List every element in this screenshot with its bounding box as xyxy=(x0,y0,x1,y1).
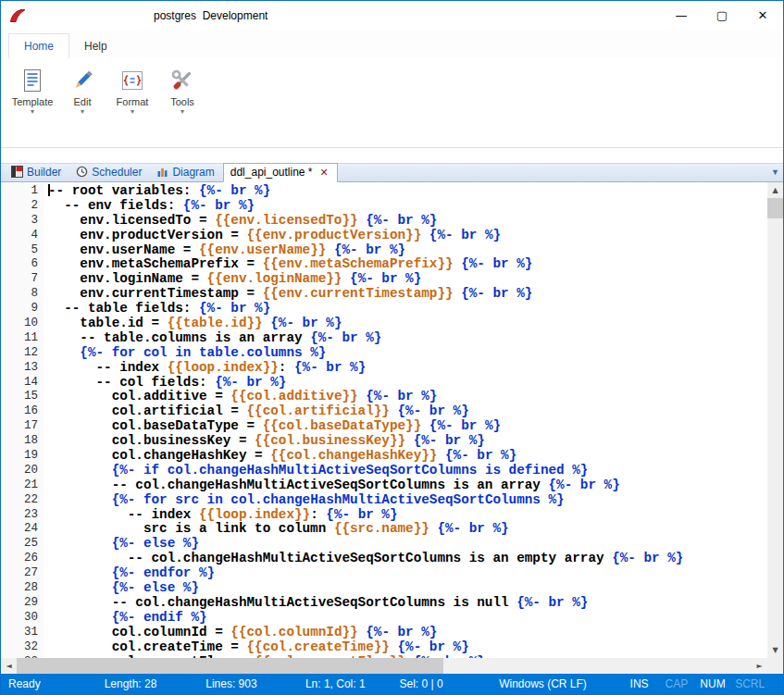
scroll-left-arrow-icon[interactable]: ◄ xyxy=(1,658,17,674)
status-lines: Lines: 903 xyxy=(198,677,298,690)
tab-list-dropdown-icon[interactable]: ▼ xyxy=(771,168,779,177)
status-num-lock: NUM xyxy=(700,677,735,690)
format-dropdown-icon[interactable]: ▾ xyxy=(131,109,134,115)
line-number: 18 xyxy=(1,434,44,449)
line-number: 13 xyxy=(1,361,44,376)
tab-diagram-label: Diagram xyxy=(172,166,214,179)
tab-ddl-api-outline-label: ddl_api_outline * xyxy=(230,166,313,179)
line-number: 25 xyxy=(1,537,44,552)
code-line: 16 col.artificial = {{col.artificial}} {… xyxy=(1,404,767,419)
code-lines[interactable]: 1-- root variables: {%- br %}2 -- env fi… xyxy=(1,182,767,658)
app-window: postgres Development — ▢ ✕ Home Help Tem… xyxy=(0,0,784,695)
template-button[interactable]: Template ▾ xyxy=(10,64,55,118)
status-bar: Ready Length: 28 Lines: 903 Ln: 1, Col: … xyxy=(1,674,783,694)
tools-icon xyxy=(168,67,196,94)
scroll-down-arrow-icon[interactable]: ▼ xyxy=(767,642,783,658)
status-selection: Sel: 0 | 0 xyxy=(392,677,492,690)
line-number: 15 xyxy=(1,390,44,404)
line-number: 24 xyxy=(1,522,44,537)
code-line: 4 env.productVersion = {{env.productVers… xyxy=(1,229,767,243)
vertical-scroll-track[interactable] xyxy=(767,198,783,642)
code-line: 5 env.userName = {{env.userName}} {%- br… xyxy=(1,243,767,258)
ribbon-tab-bar: Home Help xyxy=(1,31,783,58)
edit-dropdown-icon[interactable]: ▾ xyxy=(81,109,84,115)
line-number: 21 xyxy=(1,478,44,493)
vertical-scrollbar[interactable]: ▲ ▼ xyxy=(767,182,783,658)
maximize-button[interactable]: ▢ xyxy=(702,1,742,30)
format-button[interactable]: Format ▾ xyxy=(110,64,155,118)
horizontal-scroll-track[interactable] xyxy=(17,658,752,674)
window-title: postgres Development xyxy=(154,1,268,31)
line-number: 28 xyxy=(1,581,44,596)
line-number: 30 xyxy=(1,611,44,626)
code-line: 21 -- col.changeHashMultiActiveSeqSortCo… xyxy=(1,478,767,493)
vertical-scroll-thumb[interactable] xyxy=(767,198,783,218)
line-number: 8 xyxy=(1,287,44,302)
code-line: 20 {%- if col.changeHashMultiActiveSeqSo… xyxy=(1,464,767,478)
tab-diagram[interactable]: Diagram xyxy=(150,163,222,181)
minimize-button[interactable]: — xyxy=(661,1,702,30)
code-line: 29 -- col.changeHashMultiActiveSeqSortCo… xyxy=(1,596,767,611)
line-number: 22 xyxy=(1,493,44,508)
line-number: 10 xyxy=(1,316,44,331)
status-scroll-lock: SCRL xyxy=(735,677,776,690)
close-button[interactable]: ✕ xyxy=(742,1,783,30)
scroll-up-arrow-icon[interactable]: ▲ xyxy=(767,182,783,198)
format-icon xyxy=(118,67,146,94)
tab-ddl-api-outline[interactable]: ddl_api_outline * ✕ xyxy=(223,163,338,182)
code-line: 9 -- table fields: {%- br %} xyxy=(1,302,767,316)
scrollbar-corner xyxy=(767,658,783,674)
status-eol-format: Windows (CR LF) xyxy=(492,677,629,690)
edit-button[interactable]: Edit ▾ xyxy=(60,64,105,118)
code-line: 1-- root variables: {%- br %} xyxy=(1,184,767,199)
line-number: 20 xyxy=(1,464,44,478)
ribbon-tab-help[interactable]: Help xyxy=(69,34,122,58)
line-number: 31 xyxy=(1,626,44,640)
code-line: 14 -- col fields: {%- br %} xyxy=(1,376,767,391)
ribbon-tab-home[interactable]: Home xyxy=(8,33,69,58)
tab-scheduler[interactable]: Scheduler xyxy=(69,163,150,181)
horizontal-scrollbar[interactable]: ◄ ► xyxy=(1,658,783,674)
code-line: 23 -- index {{loop.index}}: {%- br %} xyxy=(1,508,767,523)
line-number: 1 xyxy=(1,184,44,199)
tools-button-label: Tools xyxy=(170,96,194,107)
diagram-bar-chart-icon xyxy=(156,166,168,178)
tab-scheduler-label: Scheduler xyxy=(92,166,142,179)
scroll-right-arrow-icon[interactable]: ► xyxy=(752,658,767,674)
template-button-label: Template xyxy=(12,96,54,107)
tab-close-icon[interactable]: ✕ xyxy=(320,167,329,179)
line-number: 5 xyxy=(1,243,44,258)
tools-dropdown-icon[interactable]: ▾ xyxy=(180,109,184,115)
app-logo-icon xyxy=(8,6,27,25)
tab-builder[interactable]: Builder xyxy=(5,163,69,181)
edit-icon xyxy=(68,67,96,94)
editor[interactable]: 1-- root variables: {%- br %}2 -- env fi… xyxy=(1,182,783,658)
line-number: 32 xyxy=(1,640,44,655)
code-line: 28 {%- else %} xyxy=(1,581,767,596)
code-line: 32 col.createTime = {{col.createTime}} {… xyxy=(1,640,767,655)
status-cursor-position: Ln: 1, Col: 1 xyxy=(298,677,392,690)
code-line: 6 env.metaSchemaPrefix = {{env.metaSchem… xyxy=(1,257,767,272)
edit-button-label: Edit xyxy=(74,96,92,107)
line-number: 6 xyxy=(1,257,44,272)
window-controls: — ▢ ✕ xyxy=(661,1,783,30)
code-line: 8 env.currentTimestamp = {{env.currentTi… xyxy=(1,287,767,302)
line-number: 7 xyxy=(1,272,44,287)
horizontal-scroll-thumb[interactable] xyxy=(17,658,443,674)
code-line: 27 {%- endfor %} xyxy=(1,566,767,581)
tools-button[interactable]: Tools ▾ xyxy=(160,64,205,118)
format-button-label: Format xyxy=(117,96,149,107)
code-line: 26 -- col.changeHashMultiActiveSeqSortCo… xyxy=(1,552,767,566)
template-dropdown-icon[interactable]: ▾ xyxy=(31,109,34,115)
code-line: 19 col.changeHashKey = {{col.changeHashK… xyxy=(1,449,767,464)
line-number: 27 xyxy=(1,566,44,581)
status-insert-mode: INS xyxy=(630,677,666,690)
code-line: 7 env.loginName = {{env.loginName}} {%- … xyxy=(1,272,767,287)
status-ready: Ready xyxy=(1,677,97,690)
code-line: 24 src is a link to column {{src.name}} … xyxy=(1,522,767,537)
tab-builder-label: Builder xyxy=(27,166,61,179)
line-number: 17 xyxy=(1,419,44,434)
code-line: 18 col.businessKey = {{col.businessKey}}… xyxy=(1,434,767,449)
code-line: 31 col.columnId = {{col.columnId}} {%- b… xyxy=(1,626,767,640)
code-line: 10 table.id = {{table.id}} {%- br %} xyxy=(1,316,767,331)
